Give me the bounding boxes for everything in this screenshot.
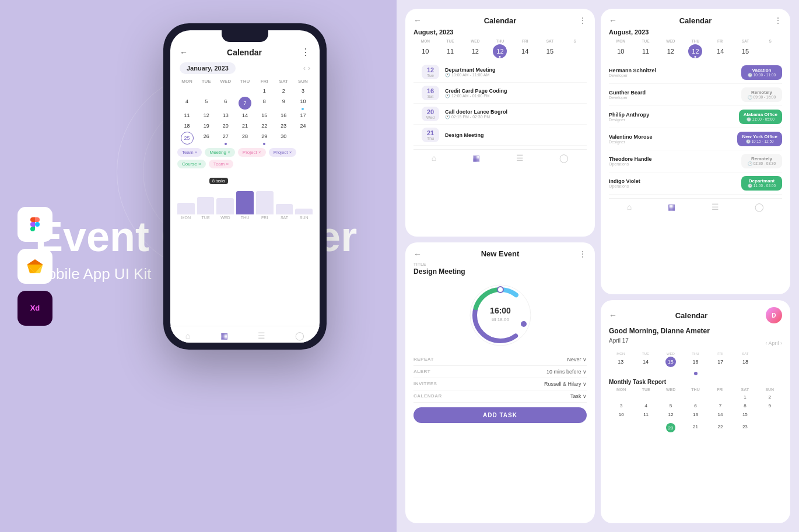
bar-sun bbox=[295, 209, 313, 214]
sched-back-icon[interactable]: ← bbox=[609, 16, 617, 25]
figma-icon[interactable] bbox=[17, 207, 52, 242]
card1-back-icon[interactable]: ← bbox=[413, 16, 422, 25]
field-calendar[interactable]: CALENDAR Task ∨ bbox=[413, 390, 587, 403]
cal-day[interactable] bbox=[197, 86, 216, 96]
cal-day[interactable]: 28 bbox=[235, 132, 254, 145]
cal-day[interactable] bbox=[235, 86, 254, 96]
cal-day[interactable]: 4 bbox=[177, 97, 197, 110]
aug-dow-fri: FRI bbox=[513, 39, 537, 43]
sketch-icon[interactable] bbox=[17, 249, 52, 284]
prev-month-btn[interactable]: ‹ bbox=[303, 64, 306, 72]
calendar-value: Task ∨ bbox=[570, 393, 587, 399]
event-item-1[interactable]: 12Tue Departmant Meeting🕐 10:00 AM - 11:… bbox=[413, 62, 587, 83]
cal-day[interactable]: 29 bbox=[255, 132, 274, 145]
badge-newyork: New York Office🕐 10:15 - 12:50 bbox=[737, 132, 782, 146]
pcal-back-icon[interactable]: ← bbox=[609, 311, 617, 320]
event-time-2: 🕐 12:00 AM - 01:00 PM bbox=[445, 94, 579, 98]
card1-more-icon[interactable]: ⋮ bbox=[579, 16, 587, 25]
card1-nav-cal[interactable]: ▦ bbox=[472, 153, 480, 163]
card1-nav-profile[interactable]: ◯ bbox=[559, 153, 569, 163]
more-dots-icon[interactable]: ⋮ bbox=[301, 47, 310, 58]
cal-day[interactable]: 30 bbox=[274, 132, 293, 145]
cal-day[interactable]: 8 bbox=[255, 97, 274, 110]
aug-num-15[interactable]: 15 bbox=[543, 44, 557, 58]
cal-day[interactable]: 18 bbox=[177, 121, 197, 131]
sched-nav-home[interactable]: ⌂ bbox=[627, 202, 632, 212]
tag-course[interactable]: Course × bbox=[177, 160, 206, 168]
cal-day[interactable]: 12 bbox=[197, 111, 216, 120]
cal-day[interactable]: 20 bbox=[216, 121, 235, 131]
sched-row-1[interactable]: Hermann SchnitzelDeveloper Vacation🕐 10:… bbox=[609, 62, 782, 84]
card1-nav-list[interactable]: ☰ bbox=[516, 153, 524, 163]
cal-day[interactable] bbox=[293, 132, 313, 145]
event-item-4[interactable]: 21Thu Design Meeting bbox=[413, 125, 587, 146]
sched-row-6[interactable]: Indigo VioletOperations Departmant🕐 11:0… bbox=[609, 172, 782, 195]
sched-more-icon[interactable]: ⋮ bbox=[774, 16, 782, 25]
sched-row-5[interactable]: Theodore HandleOperations Remotely🕐 02:3… bbox=[609, 150, 782, 172]
next-month-btn[interactable]: › bbox=[308, 64, 310, 72]
schedule-card: ← Calendar ⋮ August, 2023 MON10 TUE11 WE… bbox=[601, 9, 790, 294]
tag-team2[interactable]: Team × bbox=[209, 160, 233, 168]
aug-num-12-sel[interactable]: 12 bbox=[493, 44, 507, 58]
nav-profile-icon[interactable]: ◯ bbox=[295, 331, 304, 340]
aug-num-11[interactable]: 11 bbox=[443, 44, 457, 58]
newevent-back-icon[interactable]: ← bbox=[413, 249, 422, 259]
aug-num-12[interactable]: 12 bbox=[468, 44, 482, 58]
cal-day[interactable] bbox=[177, 86, 197, 96]
cal-day[interactable]: 2 bbox=[274, 86, 293, 96]
cal-day[interactable]: 15 bbox=[255, 111, 274, 120]
cal-day-today[interactable]: 7 bbox=[239, 97, 251, 110]
field-alert[interactable]: ALERT 10 mins before ∨ bbox=[413, 366, 587, 378]
sched-nav-list[interactable]: ☰ bbox=[712, 202, 719, 212]
cal-day[interactable]: 3 bbox=[293, 86, 313, 96]
tag-meeting[interactable]: Meeting × bbox=[205, 148, 234, 157]
aug-num-empty[interactable] bbox=[568, 44, 582, 58]
tag-project1[interactable]: Project × bbox=[238, 148, 266, 157]
field-repeat[interactable]: REPEAT Never ∨ bbox=[413, 354, 587, 366]
event-item-2[interactable]: 16Sat Credit Card Page Coding🕐 12:00 AM … bbox=[413, 83, 587, 104]
event-item-3[interactable]: 20Wed Call doctor Lance Bogrol🕐 02:15 PM… bbox=[413, 104, 587, 125]
tag-project2[interactable]: Project × bbox=[269, 148, 297, 157]
cal-day[interactable]: 22 bbox=[255, 121, 274, 131]
mini-cal-days: 12 3456789 101112131415 20212223 bbox=[609, 393, 782, 432]
cal-day[interactable]: 21 bbox=[235, 121, 254, 131]
nav-calendar-icon[interactable]: ▦ bbox=[220, 331, 228, 340]
aug-num-10[interactable]: 10 bbox=[418, 44, 432, 58]
new-event-card: ← New Event ⋮ TITLE Design Meeting bbox=[405, 242, 595, 523]
nav-list-icon[interactable]: ☰ bbox=[258, 331, 265, 340]
form-fields: REPEAT Never ∨ ALERT 10 mins before ∨ IN… bbox=[413, 354, 587, 403]
card1-nav-home[interactable]: ⌂ bbox=[432, 153, 436, 163]
cal-day[interactable]: 27 bbox=[216, 132, 235, 145]
newevent-more-icon[interactable]: ⋮ bbox=[579, 249, 587, 259]
tag-team[interactable]: Team × bbox=[177, 148, 202, 157]
cal-day[interactable]: 16 bbox=[274, 111, 293, 120]
cal-day[interactable]: 11 bbox=[177, 111, 197, 120]
cal-day[interactable]: 1 bbox=[255, 86, 274, 96]
cal-day[interactable]: 9 bbox=[274, 97, 293, 110]
chart-tooltip: 8 tasks bbox=[209, 178, 228, 184]
cal-day[interactable]: 6 bbox=[216, 97, 235, 110]
xd-icon[interactable]: Xd bbox=[17, 291, 52, 326]
sched-row-4[interactable]: Valentino MoroseDesigner New York Office… bbox=[609, 128, 782, 150]
cal-day-outlined[interactable]: 25 bbox=[181, 132, 194, 145]
cal-day[interactable]: 10 bbox=[293, 97, 313, 110]
cal-day[interactable]: 13 bbox=[216, 111, 235, 120]
nav-home-icon[interactable]: ⌂ bbox=[185, 331, 190, 340]
sched-row-3[interactable]: Phillip AnthropyDesigner Alabama Office🕐… bbox=[609, 106, 782, 128]
cal-day[interactable]: 19 bbox=[197, 121, 216, 131]
sched-row-2[interactable]: Gunther BeardDeveloper Remotely🕐 09:30 -… bbox=[609, 84, 782, 106]
cal-day[interactable]: 17 bbox=[293, 111, 313, 120]
cal-day[interactable]: 14 bbox=[235, 111, 254, 120]
field-invitees[interactable]: INVITEES Russell & Hilary ∨ bbox=[413, 378, 587, 390]
cal-day[interactable]: 23 bbox=[274, 121, 293, 131]
cal-day[interactable]: 5 bbox=[197, 97, 216, 110]
sched-nav-cal[interactable]: ▦ bbox=[668, 202, 675, 212]
back-arrow-icon[interactable]: ← bbox=[180, 48, 188, 57]
month-label: January, 2023 bbox=[180, 62, 236, 74]
sched-nav-profile[interactable]: ◯ bbox=[755, 202, 764, 212]
cal-day[interactable] bbox=[216, 86, 235, 96]
cal-day[interactable]: 26 bbox=[197, 132, 216, 145]
cal-day[interactable]: 24 bbox=[293, 121, 313, 131]
aug-num-14[interactable]: 14 bbox=[518, 44, 532, 58]
add-task-button[interactable]: ADD TASK bbox=[413, 407, 587, 423]
